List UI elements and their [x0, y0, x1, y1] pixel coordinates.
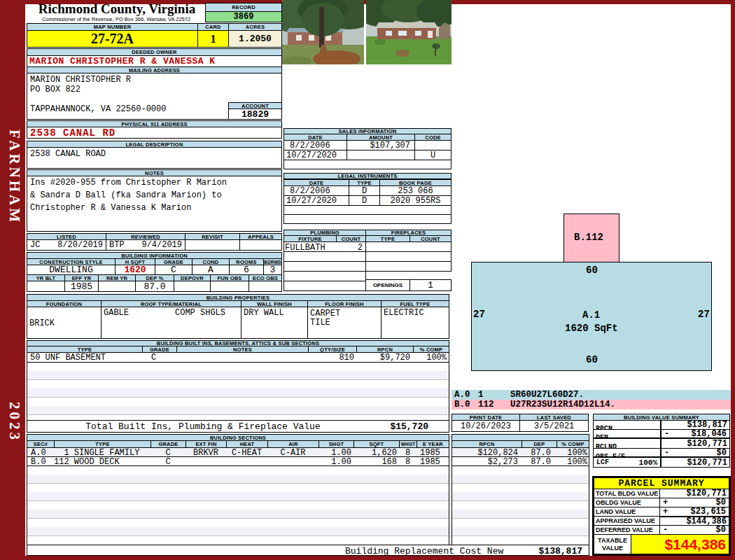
li-r2-type: D	[349, 195, 380, 206]
bvs-lcf-value: $120,771	[660, 457, 730, 468]
parcel-obldg-value-cell: + $0	[659, 498, 729, 507]
builtins-total-label: Total Built Ins, Plumbing & Fireplace Va…	[77, 421, 329, 432]
sales-empty-row	[284, 160, 451, 169]
plumbing-row-5	[284, 281, 366, 291]
parcel-deferred-value: $0	[716, 525, 726, 535]
legend-a-code: 1	[478, 390, 484, 400]
print-date-value: 10/26/2023	[451, 420, 520, 432]
bs-empty-rows-left	[27, 465, 449, 545]
sketch-a-sqft: 1620 SqFt	[565, 323, 618, 334]
notes-line-3: Christopher R & Vanessa K Marion	[30, 203, 191, 213]
sales-r1-code	[414, 140, 451, 150]
builtins-empty-rows	[27, 362, 449, 421]
reviewed-date: 9/4/2019	[141, 240, 182, 250]
mailing-line-3: TAPPAHANNOCK, VA 22560-0000	[30, 104, 166, 114]
property-photo-side	[366, 0, 451, 64]
bvs-lcf-label: LCF	[596, 458, 609, 466]
sketch-legend-row-b: B.0 112 U27R23SU12R14D12L14.	[451, 400, 731, 410]
sketch-a-left-dim: 27	[473, 309, 485, 320]
funobs-value	[210, 281, 249, 292]
parcel-land-value: $23,615	[691, 507, 726, 517]
property-record-card: FARNHAM 2023 Richmond County, Virginia C…	[0, 0, 735, 560]
district-vertical-label: FARNHAM	[2, 90, 23, 265]
bvs-dep-sign: -	[664, 429, 669, 439]
openings-value: 1	[410, 279, 451, 291]
parcel-land-sign: +	[663, 507, 668, 517]
sketch-legend-row-a: A.0 1 SR60U27L60D27.	[451, 390, 731, 400]
bs-empty-rows-right	[451, 465, 589, 545]
li-r1-date: 8/2/2006	[284, 186, 349, 196]
reviewed-by: BTP	[109, 240, 125, 250]
wall-finish-value: DRY WALL	[244, 308, 284, 318]
sketch-a-top-dim: 60	[586, 265, 598, 276]
acres-value: 1.2050	[228, 30, 282, 48]
bvs-obs-sign: -	[664, 448, 669, 458]
replacement-cost-value: $138,817	[504, 546, 582, 556]
bdrms-value: 3	[263, 265, 282, 275]
construction-style-value: DWELLING	[27, 265, 115, 275]
year-vertical-label: 2023	[2, 384, 23, 461]
listed-date: 8/20/2019	[57, 240, 103, 250]
parcel-land-value-cell: + $23,615	[659, 507, 729, 517]
physical-address-value: 2538 CANAL RD	[27, 127, 282, 139]
plumbing-row-3	[284, 261, 366, 272]
last-saved-value: 3/5/2021	[519, 420, 589, 432]
builtins-type-value: 50 UNF BASEMENT	[30, 353, 106, 363]
revisit-value	[185, 239, 240, 251]
roof-material-value: COMP SHGLS	[175, 308, 225, 318]
openings-label: OPENINGS	[365, 279, 410, 291]
remyr-value	[98, 281, 136, 292]
bvs-dep-value: $18,046	[692, 429, 727, 439]
bvs-obs-value-cell: - $0	[660, 448, 730, 458]
li-r2-book: 2020 955RS	[379, 195, 451, 206]
fuel-type-value: ELECTRIC	[384, 308, 424, 318]
plumbing-row-2	[284, 251, 366, 262]
parcel-deferred-label: DEFERRED VALUE	[594, 525, 660, 535]
card-value: 1	[197, 30, 229, 48]
bvs-rclnd-label-cell: RCLND	[593, 438, 661, 449]
sketch-b-label: B.112	[574, 232, 603, 243]
map-number-value: 27-72A	[27, 30, 198, 48]
li-empty-row-2	[284, 214, 451, 224]
replacement-cost-label: Building Replacement Cost New	[345, 546, 503, 556]
legend-a-trace: SR60U27L60D27.	[510, 390, 584, 400]
legal-description-value: 2538 CANAL ROAD	[30, 149, 106, 159]
sketch-a-right-dim: 27	[698, 309, 710, 320]
bvs-obs-value: $0	[717, 448, 727, 458]
builtins-comp-value: 100%	[413, 353, 447, 363]
account-number: 18829	[228, 108, 282, 120]
listed-by: JC	[30, 240, 40, 250]
parcel-total-bldg-value: $120,771	[659, 489, 729, 498]
notes-line-2: & Sandra D Ball (fka Sandra Marion) to	[30, 190, 222, 200]
li-empty-row-1	[284, 205, 451, 215]
county-title: Richmond County, Virginia	[28, 1, 206, 16]
legend-a-sec: A.0	[454, 390, 470, 400]
mailing-line-2: PO BOX 822	[30, 85, 80, 94]
li-r1-type: D	[349, 186, 380, 196]
appeals-value	[239, 239, 282, 251]
parcel-appraised-value: $144,386	[659, 516, 729, 526]
floor-finish-value-2: TILE	[310, 318, 330, 328]
mailing-line-1: MARION CHRISTOPHER R	[30, 75, 131, 85]
li-r1-book: 253 066	[379, 186, 451, 196]
record-number: 3869	[205, 11, 282, 22]
sales-r2-amount	[346, 150, 415, 160]
bvs-lcf-pct: 100%	[639, 458, 657, 467]
bvs-obs-label-cell: OBS F/E	[593, 448, 661, 458]
fireplace-row-2	[365, 251, 451, 262]
sales-r1-date: 8/2/2006	[284, 140, 347, 150]
depovr-value	[174, 281, 211, 292]
bvs-lcf-label-cell: LCF 100%	[593, 457, 661, 468]
taxable-value-amount: $144,386	[631, 534, 729, 554]
foundation-value: BRICK	[29, 318, 55, 328]
hsqft-value: 1620	[115, 265, 155, 275]
parcel-appraised-label: APPRAISED VALUE	[594, 516, 660, 526]
sketch-a-bottom-dim: 60	[586, 354, 598, 365]
parcel-obldg-value: $0	[716, 498, 726, 507]
legal-instruments-header: LEGAL INSTRUMENTS	[284, 173, 451, 179]
builtins-grade-value: C	[151, 353, 156, 363]
sales-r1-amount: $107,307	[346, 140, 415, 150]
grade-value: C	[155, 265, 192, 275]
ecoobs-value	[248, 281, 282, 292]
dep-pct-value: 87.0	[135, 281, 174, 292]
